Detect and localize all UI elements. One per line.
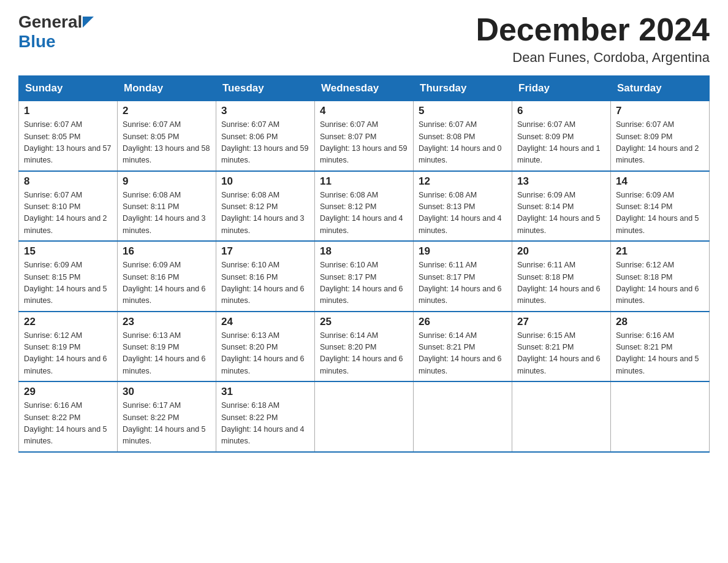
day-info: Sunrise: 6:13 AMSunset: 8:19 PMDaylight:…: [123, 330, 211, 378]
day-info: Sunrise: 6:09 AMSunset: 8:14 PMDaylight:…: [616, 190, 704, 237]
calendar-cell: [611, 381, 710, 452]
day-info: Sunrise: 6:09 AMSunset: 8:16 PMDaylight:…: [123, 259, 211, 307]
calendar-cell: 12Sunrise: 6:08 AMSunset: 8:13 PMDayligh…: [414, 171, 512, 242]
day-header-sunday: Sunday: [19, 76, 118, 101]
days-header-row: SundayMondayTuesdayWednesdayThursdayFrid…: [19, 76, 710, 101]
day-number: 19: [419, 245, 507, 258]
calendar-subtitle: Dean Funes, Cordoba, Argentina: [476, 50, 710, 66]
day-number: 14: [616, 175, 704, 188]
day-info: Sunrise: 6:07 AMSunset: 8:05 PMDaylight:…: [24, 119, 112, 167]
day-number: 18: [320, 245, 408, 258]
calendar-cell: 23Sunrise: 6:13 AMSunset: 8:19 PMDayligh…: [118, 312, 216, 382]
day-number: 7: [616, 105, 704, 117]
day-number: 11: [320, 175, 408, 188]
day-info: Sunrise: 6:14 AMSunset: 8:20 PMDaylight:…: [320, 330, 408, 378]
day-info: Sunrise: 6:13 AMSunset: 8:20 PMDaylight:…: [221, 330, 309, 378]
calendar-cell: 29Sunrise: 6:16 AMSunset: 8:22 PMDayligh…: [19, 381, 118, 452]
calendar-cell: 10Sunrise: 6:08 AMSunset: 8:12 PMDayligh…: [216, 171, 315, 242]
calendar-cell: 20Sunrise: 6:11 AMSunset: 8:18 PMDayligh…: [512, 241, 611, 312]
logo-general-text: General: [18, 12, 82, 32]
week-row-3: 15Sunrise: 6:09 AMSunset: 8:15 PMDayligh…: [19, 241, 710, 312]
calendar-cell: 31Sunrise: 6:18 AMSunset: 8:22 PMDayligh…: [216, 381, 315, 452]
day-info: Sunrise: 6:07 AMSunset: 8:10 PMDaylight:…: [24, 190, 112, 237]
calendar-title: December 2024: [476, 12, 710, 47]
day-number: 21: [616, 245, 704, 258]
week-row-4: 22Sunrise: 6:12 AMSunset: 8:19 PMDayligh…: [19, 312, 710, 382]
day-number: 27: [517, 316, 605, 328]
day-number: 31: [221, 386, 309, 398]
day-info: Sunrise: 6:15 AMSunset: 8:21 PMDaylight:…: [517, 330, 605, 378]
day-info: Sunrise: 6:16 AMSunset: 8:21 PMDaylight:…: [616, 330, 704, 378]
day-info: Sunrise: 6:11 AMSunset: 8:18 PMDaylight:…: [517, 259, 605, 307]
calendar-cell: [315, 381, 414, 452]
day-number: 12: [419, 175, 507, 188]
page-header: General Blue December 2024 Dean Funes, C…: [18, 12, 710, 66]
week-row-2: 8Sunrise: 6:07 AMSunset: 8:10 PMDaylight…: [19, 171, 710, 242]
day-number: 25: [320, 316, 408, 328]
day-info: Sunrise: 6:08 AMSunset: 8:12 PMDaylight:…: [221, 190, 309, 237]
day-number: 8: [24, 175, 112, 188]
day-info: Sunrise: 6:12 AMSunset: 8:19 PMDaylight:…: [24, 330, 112, 378]
logo-triangle-icon: [83, 17, 94, 28]
calendar-cell: 17Sunrise: 6:10 AMSunset: 8:16 PMDayligh…: [216, 241, 315, 312]
day-header-saturday: Saturday: [611, 76, 710, 101]
day-info: Sunrise: 6:07 AMSunset: 8:06 PMDaylight:…: [221, 119, 309, 167]
day-number: 3: [221, 105, 309, 117]
day-number: 6: [517, 105, 605, 117]
day-info: Sunrise: 6:18 AMSunset: 8:22 PMDaylight:…: [221, 400, 309, 448]
calendar-cell: 19Sunrise: 6:11 AMSunset: 8:17 PMDayligh…: [414, 241, 512, 312]
calendar-cell: 24Sunrise: 6:13 AMSunset: 8:20 PMDayligh…: [216, 312, 315, 382]
day-info: Sunrise: 6:12 AMSunset: 8:18 PMDaylight:…: [616, 259, 704, 307]
day-info: Sunrise: 6:07 AMSunset: 8:07 PMDaylight:…: [320, 119, 408, 167]
day-info: Sunrise: 6:09 AMSunset: 8:14 PMDaylight:…: [517, 190, 605, 237]
logo: General Blue: [18, 12, 94, 52]
day-number: 13: [517, 175, 605, 188]
day-number: 28: [616, 316, 704, 328]
day-info: Sunrise: 6:07 AMSunset: 8:09 PMDaylight:…: [517, 119, 605, 167]
calendar-cell: 4Sunrise: 6:07 AMSunset: 8:07 PMDaylight…: [315, 101, 414, 171]
day-info: Sunrise: 6:08 AMSunset: 8:12 PMDaylight:…: [320, 190, 408, 237]
calendar-cell: 15Sunrise: 6:09 AMSunset: 8:15 PMDayligh…: [19, 241, 118, 312]
day-info: Sunrise: 6:14 AMSunset: 8:21 PMDaylight:…: [419, 330, 507, 378]
calendar-cell: 14Sunrise: 6:09 AMSunset: 8:14 PMDayligh…: [611, 171, 710, 242]
calendar-cell: 18Sunrise: 6:10 AMSunset: 8:17 PMDayligh…: [315, 241, 414, 312]
day-number: 15: [24, 245, 112, 258]
day-header-thursday: Thursday: [414, 76, 512, 101]
day-number: 20: [517, 245, 605, 258]
day-info: Sunrise: 6:08 AMSunset: 8:11 PMDaylight:…: [123, 190, 211, 237]
calendar-cell: [512, 381, 611, 452]
day-info: Sunrise: 6:07 AMSunset: 8:05 PMDaylight:…: [123, 119, 211, 167]
day-number: 17: [221, 245, 309, 258]
day-number: 23: [123, 316, 211, 328]
calendar-table: SundayMondayTuesdayWednesdayThursdayFrid…: [18, 75, 710, 453]
day-info: Sunrise: 6:08 AMSunset: 8:13 PMDaylight:…: [419, 190, 507, 237]
calendar-cell: 9Sunrise: 6:08 AMSunset: 8:11 PMDaylight…: [118, 171, 216, 242]
week-row-1: 1Sunrise: 6:07 AMSunset: 8:05 PMDaylight…: [19, 101, 710, 171]
title-section: December 2024 Dean Funes, Cordoba, Argen…: [476, 12, 710, 66]
calendar-cell: [414, 381, 512, 452]
calendar-cell: 22Sunrise: 6:12 AMSunset: 8:19 PMDayligh…: [19, 312, 118, 382]
day-number: 5: [419, 105, 507, 117]
day-info: Sunrise: 6:09 AMSunset: 8:15 PMDaylight:…: [24, 259, 112, 307]
calendar-cell: 25Sunrise: 6:14 AMSunset: 8:20 PMDayligh…: [315, 312, 414, 382]
calendar-cell: 28Sunrise: 6:16 AMSunset: 8:21 PMDayligh…: [611, 312, 710, 382]
calendar-cell: 26Sunrise: 6:14 AMSunset: 8:21 PMDayligh…: [414, 312, 512, 382]
calendar-cell: 30Sunrise: 6:17 AMSunset: 8:22 PMDayligh…: [118, 381, 216, 452]
calendar-cell: 5Sunrise: 6:07 AMSunset: 8:08 PMDaylight…: [414, 101, 512, 171]
calendar-cell: 16Sunrise: 6:09 AMSunset: 8:16 PMDayligh…: [118, 241, 216, 312]
day-header-wednesday: Wednesday: [315, 76, 414, 101]
day-number: 29: [24, 386, 112, 398]
calendar-cell: 11Sunrise: 6:08 AMSunset: 8:12 PMDayligh…: [315, 171, 414, 242]
day-number: 4: [320, 105, 408, 117]
calendar-cell: 3Sunrise: 6:07 AMSunset: 8:06 PMDaylight…: [216, 101, 315, 171]
day-info: Sunrise: 6:07 AMSunset: 8:09 PMDaylight:…: [616, 119, 704, 167]
day-number: 10: [221, 175, 309, 188]
day-number: 22: [24, 316, 112, 328]
calendar-cell: 2Sunrise: 6:07 AMSunset: 8:05 PMDaylight…: [118, 101, 216, 171]
day-number: 30: [123, 386, 211, 398]
day-info: Sunrise: 6:07 AMSunset: 8:08 PMDaylight:…: [419, 119, 507, 167]
day-number: 1: [24, 105, 112, 117]
day-number: 16: [123, 245, 211, 258]
day-info: Sunrise: 6:16 AMSunset: 8:22 PMDaylight:…: [24, 400, 112, 448]
day-number: 26: [419, 316, 507, 328]
